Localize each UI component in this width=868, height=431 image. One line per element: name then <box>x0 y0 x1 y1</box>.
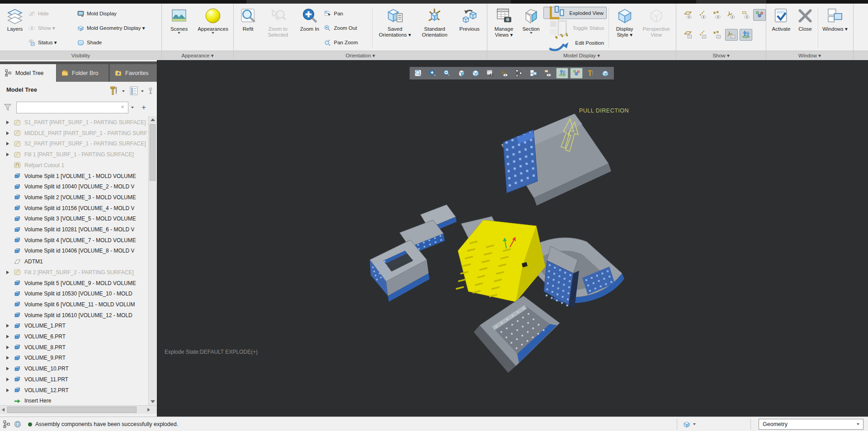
plane-display-icon[interactable] <box>682 9 694 21</box>
mold-display-button[interactable]: Mold Display <box>77 6 158 21</box>
tree-item[interactable]: ADTM1 <box>0 256 148 267</box>
manage-views-button[interactable]: Manage Views ▾ <box>489 5 519 51</box>
tree-show-icon[interactable] <box>128 85 139 96</box>
zoom-out-icon[interactable] <box>441 68 453 79</box>
expand-icon[interactable] <box>6 356 9 360</box>
tree-item[interactable]: Volume Split id 10281 [VOLUME_6 - MOLD V <box>0 224 148 235</box>
tree-item[interactable]: VOLUME_10.PRT <box>0 363 148 374</box>
pull-direction-display-icon[interactable] <box>740 29 752 41</box>
annotation-display-icon[interactable] <box>740 9 752 21</box>
chevron-down-icon[interactable] <box>122 90 125 92</box>
tree-filter-input[interactable] <box>16 102 128 113</box>
appearances-button[interactable]: Appearances <box>194 5 231 51</box>
tree-item[interactable]: Volume Split 6 [VOLUME_11 - MOLD VOLUM <box>0 299 148 310</box>
chevron-down-icon[interactable] <box>131 107 134 108</box>
expand-icon[interactable] <box>6 271 9 274</box>
tree-filter-icon[interactable] <box>513 68 525 79</box>
tree-item[interactable]: Fill 2 [PART_SURF_2 - PARTING SURFACE] <box>0 267 148 278</box>
display-style-button[interactable]: Display Style ▾ <box>611 5 638 51</box>
scrollbar-thumb[interactable] <box>150 124 156 181</box>
point-display-icon[interactable] <box>711 9 723 21</box>
group-label-window[interactable]: Window ▾ <box>766 51 853 60</box>
scrollbar-thumb[interactable] <box>7 407 137 413</box>
tree-item[interactable]: Volume Split 4 [VOLUME_7 - MOLD VOLUME <box>0 235 148 246</box>
expand-icon[interactable] <box>6 142 9 145</box>
tree-item[interactable]: VOLUME_9.PRT <box>0 352 148 363</box>
tree-item[interactable]: Volume Split 2 [VOLUME_3 - MOLD VOLUME <box>0 192 148 203</box>
expand-icon[interactable] <box>6 346 9 349</box>
scroll-up-icon[interactable] <box>151 118 155 121</box>
spin-center-icon[interactable] <box>570 68 583 79</box>
tree-item[interactable]: VOLUME_12.PRT <box>0 385 148 396</box>
plane-tag-display-icon[interactable] <box>682 29 694 41</box>
zoom-to-selected-button[interactable]: Zoom to Selected <box>260 5 295 51</box>
tree-item[interactable]: Volume Split id 10406 [VOLUME_8 - MOLD V <box>0 245 148 256</box>
toggle-status-button[interactable]: Toggle Status <box>543 22 607 34</box>
expand-icon[interactable] <box>6 121 9 124</box>
expand-icon[interactable] <box>6 367 9 370</box>
pan-zoom-button[interactable]: Pan Zoom <box>324 35 370 50</box>
model-tree-toggle-icon[interactable] <box>3 420 11 428</box>
filter-add-icon[interactable]: + <box>139 103 148 112</box>
expand-icon[interactable] <box>6 131 9 135</box>
tree-item[interactable]: Volume Split 3 [VOLUME_5 - MOLD VOLUME <box>0 213 148 224</box>
pin-panel-icon[interactable] <box>146 87 155 95</box>
group-label-model-display[interactable]: Model Display ▾ <box>487 51 676 60</box>
annotation-display-icon[interactable] <box>542 68 554 79</box>
expand-icon[interactable] <box>6 335 9 338</box>
expand-icon[interactable] <box>6 378 9 381</box>
tree-item[interactable]: S1_PART [PART_SURF_1 - PARTING SURFACE] <box>0 117 148 128</box>
group-label-orientation[interactable]: Orientation ▾ <box>234 51 487 60</box>
axis-display-icon[interactable] <box>696 9 709 21</box>
pan-button[interactable]: Pan <box>324 6 370 21</box>
chevron-down-icon[interactable] <box>693 423 696 425</box>
selection-filter-select[interactable]: Geometry <box>759 419 863 430</box>
appearance-icon[interactable] <box>585 68 597 79</box>
standard-orientation-button[interactable]: Standard Orientation <box>415 5 454 51</box>
tree-item[interactable]: MIDDLE_PART [PART_SURF_1 - PARTING SURF <box>0 128 148 139</box>
tree-item[interactable]: VOLUME_8.PRT <box>0 342 148 353</box>
mold-volume-bottom-tray[interactable] <box>474 296 560 373</box>
tree-item[interactable]: S2_PART [PART_SURF_1 - PARTING SURFACE] <box>0 138 148 149</box>
tab-favorites[interactable]: Favorites <box>109 64 157 82</box>
tree-vertical-scrollbar[interactable] <box>148 116 156 405</box>
tree-item[interactable]: VOLUME_6.PRT <box>0 331 148 342</box>
group-label-show[interactable]: Show ▾ <box>676 51 766 60</box>
zoom-in-icon[interactable] <box>426 68 439 79</box>
layers-button[interactable]: Layers <box>2 5 28 51</box>
expand-icon[interactable] <box>6 153 9 156</box>
tab-folder-browser[interactable]: Folder Bro <box>56 64 108 82</box>
section-button[interactable]: Section <box>519 5 543 51</box>
csys-display-icon[interactable] <box>725 9 738 21</box>
zoom-in-button[interactable]: Zoom In <box>295 5 324 51</box>
status-button[interactable]: Status ▾ <box>28 35 77 50</box>
scenes-button[interactable]: Scenes <box>164 5 194 51</box>
tree-item[interactable]: VOLUME_1.PRT <box>0 320 148 331</box>
mold-geometry-display-button[interactable]: Mold Geometry Display ▾ <box>77 21 158 35</box>
filter-clear-icon[interactable]: × <box>119 104 126 110</box>
axis-tag-display-icon[interactable] <box>696 29 709 41</box>
windows-button[interactable]: Windows ▾ <box>820 5 850 51</box>
tree-item[interactable]: VOLUME_11.PRT <box>0 374 148 385</box>
view-manager-icon[interactable] <box>484 68 496 79</box>
section-icon[interactable] <box>455 68 468 79</box>
group-label-appearance[interactable]: Appearance ▾ <box>162 51 233 60</box>
point-tag-display-icon[interactable] <box>711 29 723 41</box>
close-button[interactable]: Close <box>794 5 816 51</box>
show-button[interactable]: Show ▾ <box>28 21 77 35</box>
tree-item[interactable]: Volume Split 5 [VOLUME_9 - MOLD VOLUME <box>0 278 148 289</box>
tree-settings-icon[interactable] <box>108 85 119 96</box>
tree-item[interactable]: Volume Split 1 [VOLUME_1 - MOLD VOLUME <box>0 171 148 182</box>
tree-item[interactable]: Volume Split id 10610 [VOLUME_12 - MOLD <box>0 310 148 321</box>
scroll-left-icon[interactable] <box>2 408 5 412</box>
scroll-right-icon[interactable] <box>147 408 150 412</box>
scroll-down-icon[interactable] <box>151 400 155 403</box>
tree-item[interactable]: Volume Split id 10530 [VOLUME_10 - MOLD <box>0 288 148 299</box>
zoom-region-icon[interactable] <box>412 68 425 79</box>
expand-icon[interactable] <box>6 324 9 328</box>
shade-button[interactable]: Shade <box>77 35 158 50</box>
windows-icon[interactable] <box>527 68 540 79</box>
graphics-viewport[interactable]: PULL DIRECTION <box>157 60 868 417</box>
activate-button[interactable]: Activate <box>768 5 794 51</box>
model-display-icon[interactable] <box>599 68 612 79</box>
